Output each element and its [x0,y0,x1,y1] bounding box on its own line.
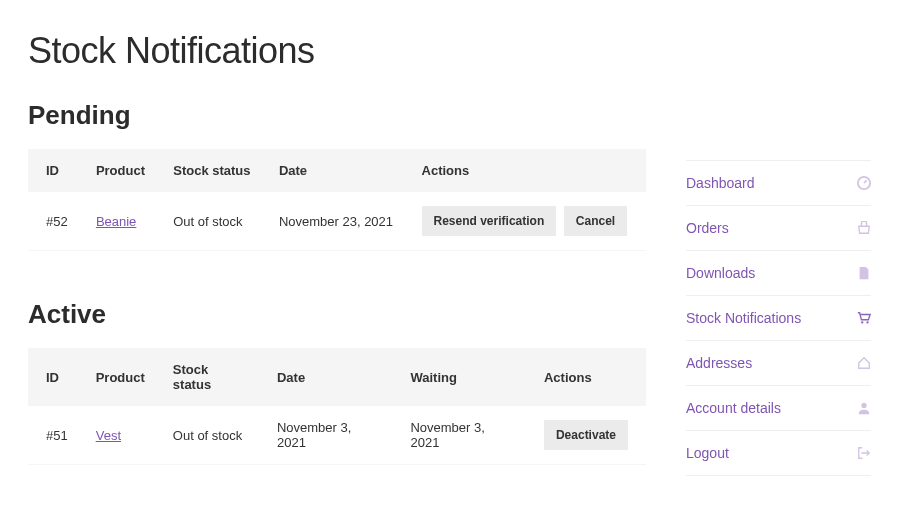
table-row: #52 Beanie Out of stock November 23, 202… [28,192,646,251]
product-link-beanie[interactable]: Beanie [96,214,136,229]
cell-id: #51 [28,406,82,465]
main-content: Pending ID Product Stock status Date Act… [28,100,646,513]
cell-actions: Deactivate [530,406,646,465]
col-actions: Actions [530,348,646,406]
cell-date: November 3, 2021 [263,406,397,465]
sidebar-item-downloads[interactable]: Downloads [686,250,871,295]
table-row: #51 Vest Out of stock November 3, 2021 N… [28,406,646,465]
cell-id: #52 [28,192,82,251]
account-sidebar: Dashboard Orders Downloads Stock Notific… [686,100,871,513]
col-actions: Actions [408,149,646,192]
page-title: Stock Notifications [28,30,871,72]
svg-point-2 [866,321,868,323]
cell-stock-status: Out of stock [159,192,265,251]
deactivate-button[interactable]: Deactivate [544,420,628,450]
sidebar-item-label: Logout [686,445,729,461]
col-date: Date [265,149,408,192]
col-product: Product [82,348,159,406]
cell-waiting: November 3, 2021 [396,406,530,465]
sidebar-item-label: Account details [686,400,781,416]
sidebar-item-label: Orders [686,220,729,236]
col-stock-status: Stock status [159,348,263,406]
basket-icon [857,221,871,235]
dashboard-icon [857,176,871,190]
pending-heading: Pending [28,100,646,131]
col-product: Product [82,149,159,192]
pending-section: Pending ID Product Stock status Date Act… [28,100,646,251]
home-icon [857,356,871,370]
active-table: ID Product Stock status Date Waiting Act… [28,348,646,465]
cell-date: November 23, 2021 [265,192,408,251]
sidebar-item-label: Dashboard [686,175,755,191]
sidebar-item-dashboard[interactable]: Dashboard [686,160,871,205]
col-waiting: Waiting [396,348,530,406]
sidebar-item-addresses[interactable]: Addresses [686,340,871,385]
sidebar-item-account-details[interactable]: Account details [686,385,871,430]
product-link-vest[interactable]: Vest [96,428,121,443]
cart-icon [857,311,871,325]
cancel-button[interactable]: Cancel [564,206,627,236]
cell-actions: Resend verification Cancel [408,192,646,251]
col-id: ID [28,348,82,406]
col-date: Date [263,348,397,406]
sidebar-item-logout[interactable]: Logout [686,430,871,476]
svg-point-3 [861,403,866,408]
sidebar-item-orders[interactable]: Orders [686,205,871,250]
file-icon [857,266,871,280]
resend-verification-button[interactable]: Resend verification [422,206,557,236]
active-heading: Active [28,299,646,330]
cell-stock-status: Out of stock [159,406,263,465]
active-section: Active ID Product Stock status Date Wait… [28,299,646,465]
svg-point-1 [861,321,863,323]
logout-icon [857,446,871,460]
sidebar-item-label: Downloads [686,265,755,281]
sidebar-item-stock-notifications[interactable]: Stock Notifications [686,295,871,340]
table-header-row: ID Product Stock status Date Waiting Act… [28,348,646,406]
table-header-row: ID Product Stock status Date Actions [28,149,646,192]
col-id: ID [28,149,82,192]
cell-product: Beanie [82,192,159,251]
pending-table: ID Product Stock status Date Actions #52… [28,149,646,251]
col-stock-status: Stock status [159,149,265,192]
sidebar-item-label: Addresses [686,355,752,371]
user-icon [857,401,871,415]
cell-product: Vest [82,406,159,465]
sidebar-item-label: Stock Notifications [686,310,801,326]
